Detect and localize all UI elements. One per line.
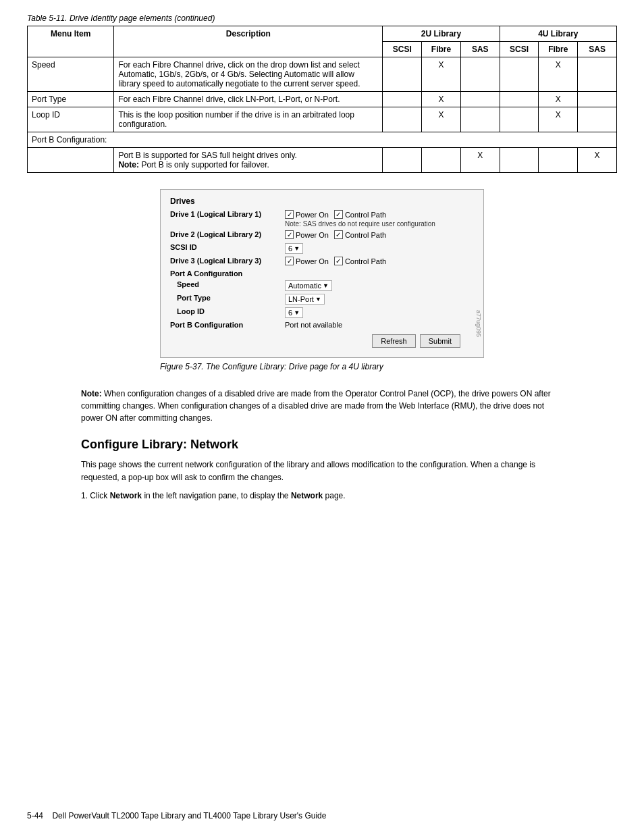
speed-select[interactable]: Automatic ▼ — [285, 280, 332, 291]
port-type-value: LN-Port ▼ — [285, 294, 474, 305]
submit-button[interactable]: Submit — [420, 334, 460, 348]
speed-selected: Automatic — [288, 282, 321, 290]
th-menu-item: Menu Item — [28, 26, 114, 57]
drive1-power-on-label: Power On — [296, 211, 329, 219]
cell-2u-scsi — [383, 148, 422, 173]
cell-4u-sas — [578, 92, 617, 107]
table-row: Port Type For each Fibre Channel drive, … — [28, 92, 617, 107]
drive3-power-on-checkbox[interactable]: ✓ Power On — [285, 257, 329, 265]
watermark: a77ug095 — [475, 310, 482, 337]
th-description: Description — [114, 26, 383, 57]
scsi-id-label: SCSI ID — [170, 243, 285, 251]
port-type-row: Port Type LN-Port ▼ — [170, 294, 474, 305]
speed-label: Speed — [170, 280, 285, 288]
port-b-config-value: Port not available — [285, 321, 474, 329]
table-row: Port B is supported for SAS full height … — [28, 148, 617, 173]
step-bold1: Network — [110, 491, 142, 500]
drive2-control-path-checkbox[interactable]: ✓ Control Path — [334, 230, 386, 239]
th-2u-fibre: Fibre — [422, 42, 461, 57]
drive1-note: Note: SAS drives do not require user con… — [285, 220, 474, 228]
drive3-control-path-label: Control Path — [345, 257, 386, 265]
cell-item: Loop ID — [28, 107, 114, 132]
speed-row: Speed Automatic ▼ — [170, 280, 474, 291]
cell-2u-fibre: X — [422, 57, 461, 92]
loop-id-label: Loop ID — [170, 307, 285, 315]
drive3-row: Drive 3 (Logical Library 3) ✓ Power On ✓… — [170, 257, 474, 267]
drive2-control-path-check-icon: ✓ — [334, 230, 343, 239]
port-type-label: Port Type — [170, 294, 285, 302]
drive1-row: Drive 1 (Logical Library 1) ✓ Power On ✓… — [170, 210, 474, 228]
cell-2u-sas — [460, 92, 500, 107]
step-list: 1. Click Network in the left navigation … — [81, 490, 563, 502]
drive3-label: Drive 3 (Logical Library 3) — [170, 257, 285, 265]
loop-id-select[interactable]: 6 ▼ — [285, 307, 303, 318]
list-item: 1. Click Network in the left navigation … — [81, 490, 563, 502]
cell-2u-fibre: X — [422, 107, 461, 132]
drive1-power-on-check-icon: ✓ — [285, 210, 294, 219]
cell-desc: For each Fibre Channel drive, click on t… — [114, 57, 383, 92]
section-body: This page shows the current network conf… — [81, 459, 563, 484]
table-row: Speed For each Fibre Channel drive, clic… — [28, 57, 617, 92]
port-type-arrow-icon: ▼ — [315, 296, 321, 303]
port-b-config-label: Port B Configuration — [170, 321, 285, 329]
cell-4u-sas — [578, 107, 617, 132]
cell-4u-scsi — [500, 107, 539, 132]
th-4u-sas: SAS — [578, 42, 617, 57]
drive1-label: Drive 1 (Logical Library 1) — [170, 210, 285, 218]
speed-arrow-icon: ▼ — [323, 282, 329, 289]
drive3-control-path-checkbox[interactable]: ✓ Control Path — [334, 257, 386, 265]
cell-desc: Port B is supported for SAS full height … — [114, 148, 383, 173]
speed-value: Automatic ▼ — [285, 280, 474, 291]
port-type-select[interactable]: LN-Port ▼ — [285, 294, 325, 305]
cell-4u-fibre: X — [539, 92, 578, 107]
port-a-config-label: Port A Configuration — [170, 269, 285, 278]
drive1-value: ✓ Power On ✓ Control Path Note: SAS driv… — [285, 210, 474, 228]
cell-4u-fibre: X — [539, 107, 578, 132]
scsi-id-select[interactable]: 6 ▼ — [285, 243, 303, 254]
cell-4u-sas — [578, 57, 617, 92]
drive2-control-path-label: Control Path — [345, 231, 386, 239]
drive2-label: Drive 2 (Logical Library 2) — [170, 230, 285, 238]
cell-2u-scsi — [383, 57, 422, 92]
cell-4u-scsi — [500, 57, 539, 92]
step-text: Click Network in the left navigation pan… — [90, 491, 345, 500]
drive3-power-on-label: Power On — [296, 257, 329, 265]
cell-desc: For each Fibre Channel drive, click LN-P… — [114, 92, 383, 107]
th-2u-scsi: SCSI — [383, 42, 422, 57]
cell-item: Port Type — [28, 92, 114, 107]
port-a-config-row: Port A Configuration — [170, 269, 474, 278]
drive1-power-on-checkbox[interactable]: ✓ Power On — [285, 210, 329, 219]
scsi-id-value: 6 ▼ — [285, 243, 474, 254]
cell-4u-scsi — [500, 92, 539, 107]
cell-item: Speed — [28, 57, 114, 92]
scsi-id-selected: 6 — [288, 244, 292, 253]
section-body-text: This page shows the current network conf… — [81, 459, 563, 484]
th-4u-fibre: Fibre — [539, 42, 578, 57]
step-bold2: Network — [291, 491, 323, 500]
note-block: Note: When configuration changes of a di… — [81, 388, 563, 424]
scsi-id-row: SCSI ID 6 ▼ — [170, 243, 474, 254]
figure-buttons: Refresh Submit — [170, 334, 474, 348]
cell-4u-sas: X — [578, 148, 617, 173]
th-2u-sas: SAS — [460, 42, 500, 57]
cell-2u-sas — [460, 107, 500, 132]
cell-4u-scsi — [500, 148, 539, 173]
cell-desc: This is the loop position number if the … — [114, 107, 383, 132]
loop-id-arrow-icon: ▼ — [294, 309, 300, 316]
step-number: 1. — [81, 491, 88, 500]
drive2-power-on-checkbox[interactable]: ✓ Power On — [285, 230, 329, 239]
drive2-value: ✓ Power On ✓ Control Path — [285, 230, 474, 240]
scsi-id-arrow-icon: ▼ — [294, 245, 300, 252]
drive1-control-path-checkbox[interactable]: ✓ Control Path — [334, 210, 386, 219]
figure-box: Drives Drive 1 (Logical Library 1) ✓ Pow… — [160, 189, 484, 358]
refresh-button[interactable]: Refresh — [372, 334, 416, 348]
th-2u-library: 2U Library — [383, 26, 500, 42]
drive3-value: ✓ Power On ✓ Control Path — [285, 257, 474, 267]
table-caption: Table 5-11. Drive Identity page elements… — [27, 14, 617, 23]
cell-section-label: Port B Configuration: — [28, 132, 617, 148]
port-type-selected: LN-Port — [288, 295, 314, 303]
main-table: Menu Item Description 2U Library 4U Libr… — [27, 26, 617, 173]
drive2-power-on-label: Power On — [296, 231, 329, 239]
figure-caption: Figure 5-37. The Configure Library: Driv… — [160, 362, 484, 371]
cell-2u-fibre: X — [422, 92, 461, 107]
